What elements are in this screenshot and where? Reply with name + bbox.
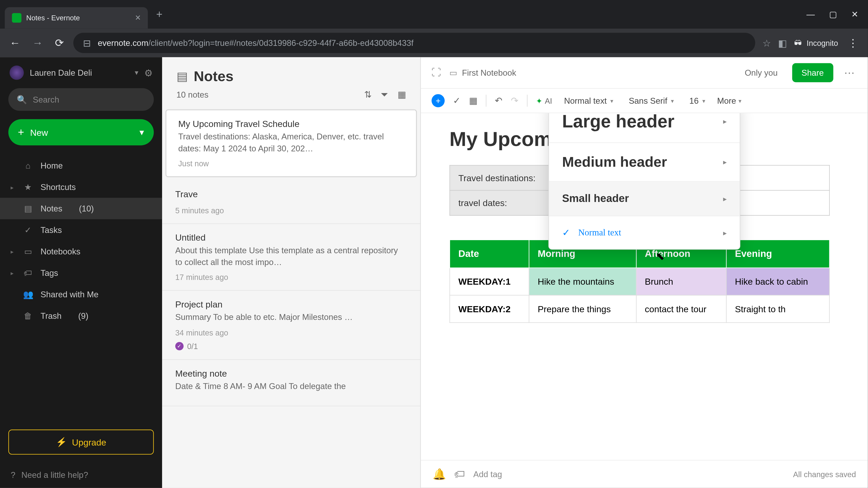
editor-body[interactable]: My Upcoming T Travel destinations: Alas … xyxy=(421,113,868,460)
help-link[interactable]: ? Need a little help? xyxy=(0,462,162,488)
calendar-icon[interactable]: ▦ xyxy=(469,95,477,106)
chevron-right-icon: ▸ xyxy=(723,228,727,237)
view-toggle-icon[interactable]: ▦ xyxy=(398,90,406,100)
user-menu[interactable]: Lauren Dale Deli ▾ ⚙ xyxy=(0,57,162,88)
ai-button[interactable]: ✦AI xyxy=(536,96,552,105)
col-header[interactable]: Evening xyxy=(726,240,829,268)
upgrade-button[interactable]: ⚡ Upgrade xyxy=(8,429,154,455)
bookmark-icon[interactable]: ☆ xyxy=(763,37,771,48)
site-info-icon[interactable]: ⊟ xyxy=(83,37,91,48)
nav-notebooks[interactable]: ▸▭Notebooks xyxy=(0,240,162,262)
dropdown-item-large-header[interactable]: Large header ▸ xyxy=(549,113,740,143)
share-button[interactable]: Share xyxy=(792,63,833,82)
insert-button[interactable]: + xyxy=(432,94,445,107)
schedule-table[interactable]: Date Morning Afternoon Evening WEEKDAY:1… xyxy=(450,239,830,323)
notebook-icon: ▭ xyxy=(23,247,33,256)
share-status[interactable]: Only you xyxy=(745,68,778,77)
add-tag-icon[interactable]: 🏷 xyxy=(454,468,465,480)
nav-shared[interactable]: 👥Shared with Me xyxy=(0,284,162,305)
cell[interactable]: Hike the mountains xyxy=(529,268,636,295)
nav-shortcuts[interactable]: ▸★Shortcuts xyxy=(0,176,162,198)
maximize-icon[interactable]: ▢ xyxy=(829,9,837,19)
home-icon: ⌂ xyxy=(23,161,33,170)
save-status: All changes saved xyxy=(793,470,856,479)
note-title: Untitled xyxy=(175,232,407,242)
nav-tasks[interactable]: ✓Tasks xyxy=(0,219,162,240)
nav-notes[interactable]: ▤Notes (10) xyxy=(0,198,162,219)
filter-icon[interactable]: ⏷ xyxy=(380,90,389,100)
note-card[interactable]: Project plan Summary To be able to etc. … xyxy=(162,291,420,360)
note-card[interactable]: My Upcoming Travel Schedule Travel desti… xyxy=(166,109,416,177)
info-label[interactable]: travel dates: xyxy=(450,191,551,216)
new-tab-button[interactable]: + xyxy=(148,8,171,21)
browser-tab-strip: Notes - Evernote × + — ▢ ✕ xyxy=(0,0,868,29)
tag-icon: 🏷 xyxy=(23,268,33,278)
task-icon[interactable]: ✓ xyxy=(453,95,461,106)
day-cell[interactable]: WEEKDAY:2 xyxy=(450,295,529,323)
day-cell[interactable]: WEEKDAY:1 xyxy=(450,268,529,295)
minimize-icon[interactable]: — xyxy=(807,9,815,19)
new-label: New xyxy=(30,127,48,137)
dropdown-item-medium-header[interactable]: Medium header ▸ xyxy=(549,143,740,182)
undo-icon[interactable]: ↶ xyxy=(495,95,502,106)
table-row: WEEKDAY:1 Hike the mountains Brunch Hike… xyxy=(450,268,830,295)
font-select[interactable]: Sans Serif▾ xyxy=(625,94,677,108)
close-window-icon[interactable]: ✕ xyxy=(851,9,859,19)
tab-title: Notes - Evernote xyxy=(26,14,130,22)
sidebar: Lauren Dale Deli ▾ ⚙ 🔍 Search + New ▾ ⌂H… xyxy=(0,57,162,488)
reload-icon[interactable]: ⟳ xyxy=(53,34,66,52)
nav-tags[interactable]: ▸🏷Tags xyxy=(0,262,162,284)
close-tab-icon[interactable]: × xyxy=(135,12,141,23)
text-style-select[interactable]: Normal text▾ xyxy=(561,94,617,108)
note-card[interactable]: Trave 5 minutes ago xyxy=(162,181,420,224)
new-button[interactable]: + New ▾ xyxy=(8,119,154,145)
cell[interactable]: Brunch xyxy=(636,268,726,295)
plus-icon: + xyxy=(18,126,24,138)
address-bar[interactable]: ⊟ evernote.com/client/web?login=true#/no… xyxy=(73,33,755,53)
browser-menu-icon[interactable]: ⋮ xyxy=(845,34,861,52)
reminder-icon[interactable]: 🔔 xyxy=(433,468,446,481)
col-header[interactable]: Date xyxy=(450,240,529,268)
note-snippet: Summary To be able to etc. Major Milesto… xyxy=(175,312,407,324)
note-title: My Upcoming Travel Schedule xyxy=(178,119,404,129)
side-panel-icon[interactable]: ◧ xyxy=(778,37,787,48)
back-icon[interactable]: ← xyxy=(7,34,23,52)
more-formatting[interactable]: More▾ xyxy=(717,96,741,105)
sort-icon[interactable]: ⇅ xyxy=(364,90,372,100)
note-title: Trave xyxy=(175,189,407,199)
font-size-select[interactable]: 16▾ xyxy=(686,94,709,108)
browser-tab[interactable]: Notes - Evernote × xyxy=(5,7,148,29)
notebook-breadcrumb[interactable]: ▭ First Notebook xyxy=(450,68,516,77)
people-icon: 👥 xyxy=(23,290,33,299)
note-card[interactable]: Untitled About this template Use this te… xyxy=(162,224,420,291)
nav-home[interactable]: ⌂Home xyxy=(0,155,162,176)
incognito-badge[interactable]: 🕶 Incognito xyxy=(794,38,838,47)
expand-icon[interactable]: ▸ xyxy=(11,248,16,255)
forward-icon[interactable]: → xyxy=(30,34,45,52)
expand-icon[interactable]: ▸ xyxy=(11,269,16,276)
note-card[interactable]: Meeting note Date & Time 8 AM- 9 AM Goal… xyxy=(162,360,420,406)
cell[interactable]: contact the tour xyxy=(636,295,726,323)
settings-gear-icon[interactable]: ⚙ xyxy=(144,67,153,78)
info-label[interactable]: Travel destinations: xyxy=(450,165,551,191)
chevron-down-icon: ▾ xyxy=(739,97,741,104)
expand-editor-icon[interactable]: ⛶ xyxy=(432,67,441,78)
search-input[interactable]: 🔍 Search xyxy=(8,88,154,111)
note-snippet: Travel destinations: Alaska, America, De… xyxy=(178,131,404,154)
expand-icon[interactable]: ▸ xyxy=(11,184,16,191)
editor-pane: ⛶ ▭ First Notebook Only you Share ⋯ + ✓ … xyxy=(421,57,868,488)
chevron-right-icon: ▸ xyxy=(723,117,727,126)
redo-icon[interactable]: ↷ xyxy=(511,95,519,106)
cell[interactable]: Prepare the things xyxy=(529,295,636,323)
dropdown-item-small-header[interactable]: Small header ▸ xyxy=(549,182,740,216)
cell[interactable]: Hike back to cabin xyxy=(726,268,829,295)
nav-trash[interactable]: 🗑Trash (9) xyxy=(0,305,162,326)
help-icon: ? xyxy=(11,470,16,480)
dropdown-item-normal-text[interactable]: ✓ Normal text ▸ xyxy=(549,216,740,249)
note-title: Meeting note xyxy=(175,368,407,379)
check-circle-icon: ✓ xyxy=(23,225,33,235)
browser-toolbar: ← → ⟳ ⊟ evernote.com/client/web?login=tr… xyxy=(0,29,868,57)
more-actions-icon[interactable]: ⋯ xyxy=(842,64,857,82)
cell[interactable]: Straight to th xyxy=(726,295,829,323)
add-tag-input[interactable]: Add tag xyxy=(473,469,785,479)
